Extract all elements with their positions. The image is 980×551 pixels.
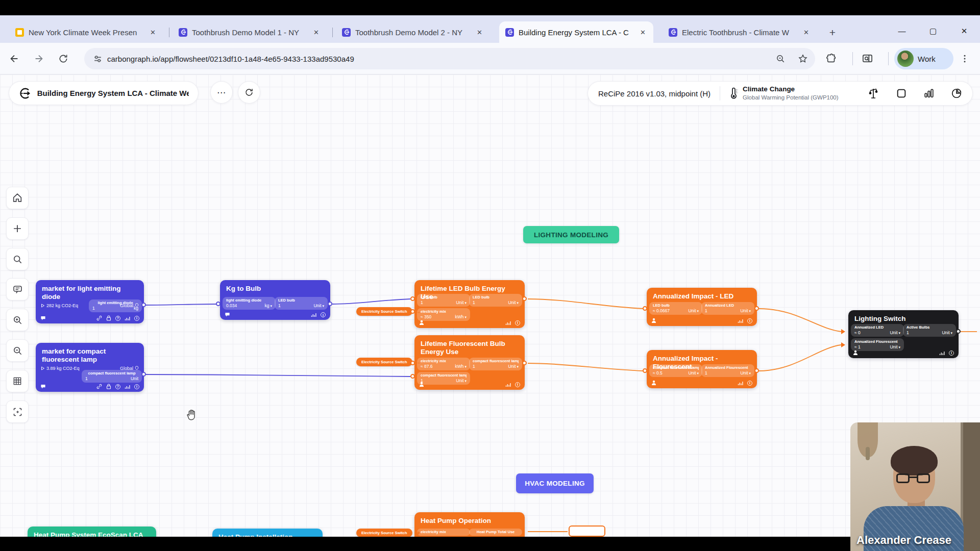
- input-port[interactable]: LED bulb 1Unit: [417, 294, 470, 307]
- port-unit[interactable]: Unit: [740, 308, 751, 313]
- input-connector[interactable]: [410, 296, 415, 301]
- window-close-button[interactable]: ✕: [953, 23, 975, 39]
- flowsheet-title[interactable]: Building Energy System LCA - Climate Wee…: [37, 89, 189, 97]
- input-connector[interactable]: [216, 302, 220, 306]
- chart-icon[interactable]: [125, 384, 130, 389]
- input-port[interactable]: electricity mix ≈ 87.6kWh: [417, 358, 470, 370]
- lock-icon[interactable]: [106, 384, 111, 389]
- info-icon[interactable]: i: [321, 312, 326, 317]
- input-port[interactable]: light emitting diode 0.034kg: [223, 297, 276, 310]
- info-icon[interactable]: i: [134, 316, 139, 321]
- more-options-button[interactable]: ⋯: [210, 81, 233, 104]
- flowsheet-title-bar[interactable]: Building Energy System LCA - Climate Wee…: [9, 81, 199, 105]
- grid-view-button[interactable]: [6, 370, 29, 392]
- tab-toothbrush-1[interactable]: Toothbrush Demo Model 1 - NY ✕: [173, 21, 327, 43]
- input-port[interactable]: electricity mix: [417, 529, 470, 536]
- recalculate-button[interactable]: [238, 81, 260, 104]
- reload-button[interactable]: [53, 48, 74, 69]
- input-connector[interactable]: [643, 368, 647, 373]
- chart-icon[interactable]: [311, 312, 316, 317]
- tab-close-icon[interactable]: ✕: [638, 28, 648, 37]
- output-port[interactable]: Active Bulbs 1Unit: [903, 324, 956, 337]
- output-port[interactable]: LED bulb 1Unit: [469, 294, 522, 307]
- zoom-page-icon[interactable]: [776, 54, 786, 64]
- input-connector[interactable]: [410, 361, 415, 365]
- fit-view-button[interactable]: [6, 400, 29, 423]
- forward-button[interactable]: [29, 48, 49, 69]
- lock-icon[interactable]: [106, 315, 111, 321]
- partial-node-stub[interactable]: [569, 525, 605, 537]
- bookmark-star-icon[interactable]: [798, 54, 808, 64]
- tab-close-icon[interactable]: ✕: [311, 28, 322, 37]
- port-unit[interactable]: Unit: [688, 308, 699, 313]
- input-connector[interactable]: [410, 374, 415, 379]
- input-port[interactable]: electricity mix ≈ 350kWh: [417, 308, 470, 321]
- port-unit[interactable]: kg: [134, 306, 138, 311]
- chart-icon[interactable]: [125, 316, 130, 321]
- comment-icon[interactable]: [40, 316, 46, 321]
- window-maximize-button[interactable]: ▢: [922, 23, 944, 39]
- input-connector[interactable]: [643, 306, 647, 311]
- node-market-led-diode[interactable]: market for light emitting diode 282 kg C…: [36, 280, 144, 323]
- port-unit[interactable]: Unit: [890, 344, 900, 349]
- zoom-in-button[interactable]: [6, 309, 29, 331]
- chart-icon[interactable]: [939, 350, 945, 356]
- output-connector[interactable]: [141, 372, 146, 377]
- node-market-cfl[interactable]: market for compact fluorescent lamp 3.89…: [36, 343, 144, 392]
- input-port[interactable]: compact fluorescent lamp ≈ 0.5Unit: [649, 364, 702, 377]
- output-connector[interactable]: [141, 303, 146, 307]
- port-unit[interactable]: Unit: [942, 330, 952, 335]
- info-icon[interactable]: i: [134, 384, 139, 389]
- person-icon[interactable]: [651, 318, 656, 323]
- port-unit[interactable]: Unit: [508, 300, 519, 305]
- lighting-modeling-label[interactable]: LIGHTING MODELING: [523, 226, 619, 243]
- chart-icon[interactable]: [505, 382, 511, 387]
- link-icon[interactable]: [96, 384, 102, 389]
- tab-toothbrush-2[interactable]: Toothbrush Demo Model 2 - NY ✕: [336, 21, 490, 43]
- add-node-button[interactable]: [6, 217, 29, 240]
- output-connector[interactable]: [328, 302, 332, 306]
- person-icon[interactable]: [651, 380, 656, 386]
- info-icon[interactable]: i: [515, 382, 520, 387]
- comment-icon[interactable]: [225, 312, 230, 317]
- browser-menu-icon[interactable]: [960, 54, 970, 64]
- frame-icon[interactable]: [896, 88, 907, 99]
- back-button[interactable]: [4, 48, 24, 69]
- hvac-modeling-label[interactable]: HVAC MODELING: [516, 473, 594, 493]
- port-unit[interactable]: Unit: [740, 370, 751, 375]
- tab-building-energy-active[interactable]: Building Energy System LCA - C ✕: [499, 21, 653, 43]
- side-panel-search-icon[interactable]: [862, 53, 873, 64]
- tab-slides[interactable]: New York Climate Week Presen ✕: [9, 21, 163, 43]
- port-unit[interactable]: Unit: [131, 376, 138, 381]
- node-annualized-fluorescent[interactable]: Annualized Impact - Flourescent compact …: [647, 350, 757, 388]
- output-connector[interactable]: [956, 329, 961, 334]
- profile-button[interactable]: Work: [894, 48, 953, 69]
- output-port[interactable]: LED bulb 1Unit: [275, 297, 328, 310]
- tab-close-icon[interactable]: ✕: [474, 28, 485, 37]
- output-port[interactable]: compact fluorescent lamp 1Unit: [82, 370, 142, 383]
- help-icon[interactable]: ?: [115, 316, 120, 321]
- search-button[interactable]: [6, 248, 29, 270]
- info-icon[interactable]: i: [747, 318, 752, 323]
- port-unit[interactable]: Unit: [456, 300, 467, 305]
- chart-icon[interactable]: [505, 320, 511, 325]
- input-connector[interactable]: [410, 309, 415, 314]
- person-icon[interactable]: [419, 382, 424, 387]
- url-bar[interactable]: carbongraph.io/app/flowsheet/0213df10-1a…: [84, 48, 815, 69]
- person-icon[interactable]: [853, 350, 858, 356]
- port-unit[interactable]: kWh: [455, 314, 467, 319]
- info-icon[interactable]: i: [515, 320, 520, 325]
- tab-close-icon[interactable]: ✕: [801, 28, 812, 37]
- person-icon[interactable]: [419, 320, 424, 325]
- port-unit[interactable]: Unit: [313, 303, 324, 308]
- extensions-icon[interactable]: [826, 53, 837, 64]
- node-lighting-switch[interactable]: Lighting Switch Annualized LED ≈ 0Unit A…: [848, 310, 959, 358]
- comment-icon[interactable]: [40, 384, 46, 389]
- info-icon[interactable]: i: [747, 381, 752, 386]
- tab-close-icon[interactable]: ✕: [148, 28, 158, 37]
- output-connector[interactable]: [754, 368, 759, 373]
- input-port[interactable]: Annualized Flourescent ≈ 1Unit: [851, 338, 904, 351]
- info-icon[interactable]: i: [949, 350, 954, 356]
- node-lifetime-led-use[interactable]: Lifetime LED Bulb Energy Use LED bulb 1U…: [414, 280, 525, 328]
- port-unit[interactable]: kg: [265, 303, 272, 308]
